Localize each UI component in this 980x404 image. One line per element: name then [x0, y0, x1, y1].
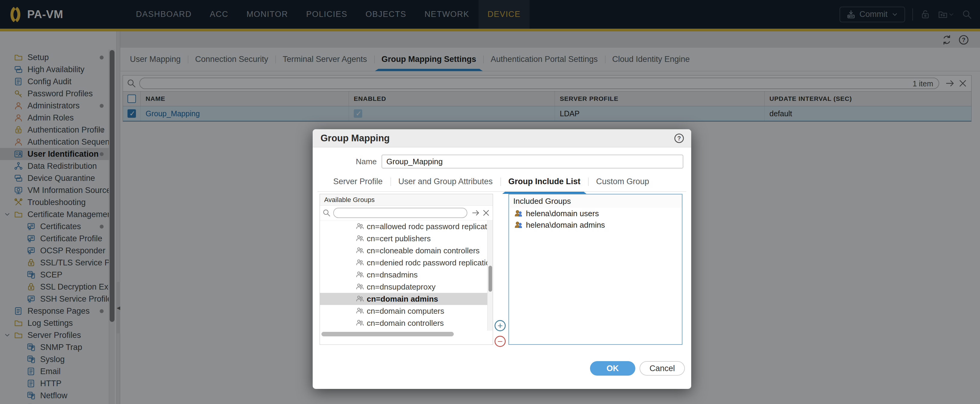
- available-groups-panel: Available Groups cn=allowed rodc passwor…: [320, 194, 493, 345]
- cancel-button[interactable]: Cancel: [640, 361, 685, 375]
- group-icon: [356, 270, 364, 279]
- available-groups-search-input[interactable]: [334, 208, 467, 217]
- name-label: Name: [313, 157, 382, 166]
- add-remove-controls: + −: [495, 320, 508, 352]
- dialog-title: Group Mapping: [313, 133, 390, 144]
- search-icon[interactable]: [322, 208, 331, 217]
- dialog-tab-group-include-list[interactable]: Group Include List: [501, 173, 589, 189]
- included-groups-panel: Included Groups helena\domain users hele…: [508, 194, 682, 345]
- horizontal-scrollbar-thumb[interactable]: [321, 332, 454, 336]
- list-item[interactable]: cn=cloneable domain controllers: [320, 245, 493, 257]
- list-item[interactable]: cn=dnsadmins: [320, 269, 493, 281]
- list-item[interactable]: cn=domain controllers: [320, 317, 493, 329]
- list-item[interactable]: cn=dnsupdateproxy: [320, 281, 493, 293]
- group-mapping-dialog: Group Mapping Name Server Profile User a…: [313, 129, 691, 389]
- group-users-icon: [514, 209, 523, 218]
- dialog-tabs-divider: [318, 191, 686, 192]
- name-input[interactable]: [382, 154, 683, 169]
- available-groups-list: cn=allowed rodc password replication gro…: [320, 220, 493, 331]
- name-field-row: Name: [313, 154, 691, 169]
- dialog-tabs: Server Profile User and Group Attributes…: [325, 173, 657, 189]
- available-groups-horizontal-scrollbar[interactable]: [320, 331, 493, 338]
- group-icon: [356, 319, 364, 327]
- pan-os-screen: PA-VM DASHBOARD ACC MONITOR POLICIES OBJ…: [0, 0, 980, 404]
- group-users-icon: [514, 220, 523, 229]
- available-groups-search-row: [320, 206, 493, 220]
- available-groups-title: Available Groups: [320, 194, 493, 206]
- add-group-button[interactable]: +: [495, 320, 506, 331]
- dialog-tab-custom-group[interactable]: Custom Group: [588, 173, 657, 189]
- dialog-help-icon[interactable]: [674, 133, 684, 144]
- group-icon: [356, 234, 364, 243]
- group-icon: [356, 247, 364, 255]
- list-item[interactable]: cn=cert publishers: [320, 232, 493, 245]
- list-item[interactable]: cn=domain computers: [320, 305, 493, 317]
- included-group-item[interactable]: helena\domain admins: [509, 219, 682, 231]
- available-groups-vertical-scrollbar[interactable]: [487, 220, 493, 331]
- clear-filter-icon[interactable]: [482, 208, 490, 217]
- vertical-scrollbar-thumb[interactable]: [488, 266, 492, 292]
- list-item[interactable]: cn=denied rodc password replication grou…: [320, 257, 493, 269]
- list-item[interactable]: cn=allowed rodc password replication gro…: [320, 220, 493, 232]
- included-group-item[interactable]: helena\domain users: [509, 208, 682, 219]
- available-groups-search-field[interactable]: [333, 208, 467, 218]
- apply-filter-arrow-icon[interactable]: [472, 208, 480, 217]
- dialog-tab-server-profile[interactable]: Server Profile: [325, 173, 391, 189]
- group-icon: [356, 307, 364, 315]
- group-icon: [356, 258, 364, 267]
- group-icon: [356, 295, 364, 303]
- list-item-selected[interactable]: cn=domain admins: [320, 293, 493, 305]
- group-icon: [356, 283, 364, 291]
- dialog-tab-user-group-attributes[interactable]: User and Group Attributes: [391, 173, 501, 189]
- remove-group-button[interactable]: −: [495, 336, 506, 347]
- dialog-header: Group Mapping: [313, 129, 691, 147]
- ok-button[interactable]: OK: [590, 361, 635, 375]
- group-icon: [356, 222, 364, 231]
- included-groups-title: Included Groups: [509, 194, 682, 208]
